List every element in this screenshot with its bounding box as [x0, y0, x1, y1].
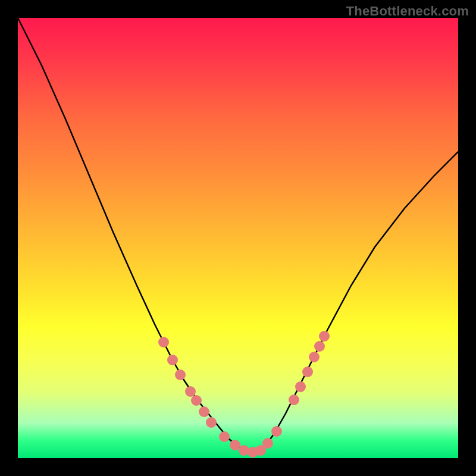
- data-point: [230, 440, 240, 450]
- data-point: [289, 394, 299, 405]
- data-point: [309, 352, 320, 362]
- data-point: [185, 386, 196, 397]
- data-point: [167, 355, 178, 365]
- data-point: [319, 331, 330, 342]
- data-point: [314, 341, 325, 352]
- data-point: [199, 406, 209, 417]
- data-point: [295, 381, 306, 392]
- chart-frame: TheBottleneck.com: [0, 0, 476, 476]
- curve-line: [18, 18, 458, 452]
- plot-area: [18, 18, 458, 458]
- data-point: [191, 395, 202, 406]
- data-point: [271, 426, 282, 437]
- data-point: [158, 337, 169, 347]
- curve-dots: [158, 331, 330, 458]
- data-point: [206, 417, 217, 428]
- data-point: [175, 369, 186, 380]
- data-point: [302, 367, 313, 377]
- data-point: [219, 431, 230, 442]
- watermark-text: TheBottleneck.com: [346, 4, 469, 19]
- data-point: [262, 438, 273, 449]
- chart-svg: [18, 18, 458, 458]
- data-point: [239, 445, 249, 456]
